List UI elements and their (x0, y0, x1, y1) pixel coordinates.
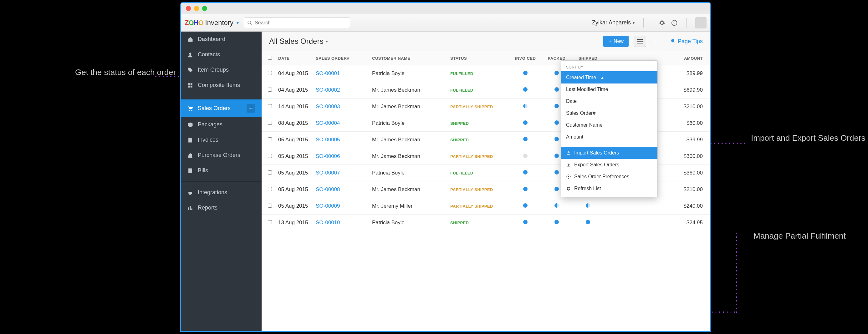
row-checkbox[interactable] (268, 137, 272, 141)
invoiced-icon (523, 104, 528, 108)
table-row[interactable]: 13 Aug 2015SO-00010Patricia BoyleSHIPPED… (261, 214, 710, 231)
invoiced-icon (523, 170, 528, 174)
row-checkbox[interactable] (268, 121, 272, 125)
cell-amount: $24.95 (603, 214, 710, 231)
shipped-icon (586, 203, 590, 208)
home-icon (187, 36, 193, 42)
row-checkbox[interactable] (268, 170, 272, 174)
sales-order-link[interactable]: SO-00001 (316, 70, 340, 76)
sidebar-item-purchase-orders[interactable]: Purchase Orders (181, 147, 261, 163)
sidebar-item-composite-items[interactable]: Composite Items (181, 77, 261, 93)
sidebar-item-sales-orders[interactable]: Sales Orders+ (181, 99, 261, 117)
help-icon[interactable]: ? (671, 20, 677, 26)
col-status[interactable]: STATUS (447, 51, 510, 65)
page-tips-link[interactable]: Page Tips (670, 38, 703, 45)
cell-customer: Mr. James Beckman (369, 132, 447, 148)
avatar[interactable] (695, 17, 707, 29)
sidebar-item-dashboard[interactable]: Dashboard (181, 32, 261, 47)
cell-date: 05 Aug 2015 (275, 181, 313, 198)
col-invoiced[interactable]: INVOICED (510, 51, 541, 65)
sales-order-link[interactable]: SO-00004 (316, 120, 340, 126)
import-sales-orders[interactable]: Import Sales Orders (561, 147, 657, 159)
sidebar-item-reports[interactable]: Reports (181, 200, 261, 215)
cell-date: 04 Aug 2015 (275, 65, 313, 82)
row-checkbox[interactable] (268, 154, 272, 158)
annotation-right-top: Import and Export Sales Orders (751, 133, 866, 143)
row-checkbox[interactable] (268, 204, 272, 208)
row-checkbox[interactable] (268, 104, 272, 108)
page-title[interactable]: All Sales Orders ▾ (269, 37, 328, 46)
sales-order-link[interactable]: SO-00005 (316, 137, 340, 143)
col-date[interactable]: DATE (275, 51, 313, 65)
zoho-logo-icon: ZOHO (185, 19, 204, 27)
search-icon (247, 20, 252, 25)
sort-date[interactable]: Date (561, 95, 657, 107)
gear-icon[interactable] (659, 20, 665, 26)
col-so[interactable]: SALES ORDER# (313, 51, 369, 65)
sales-order-link[interactable]: SO-00003 (316, 103, 340, 109)
sort-created-time[interactable]: Created Time▴ (561, 71, 657, 84)
select-all-checkbox[interactable] (268, 56, 272, 60)
col-customer[interactable]: CUSTOMER NAME (369, 51, 447, 65)
sales-order-link[interactable]: SO-00010 (316, 220, 340, 226)
window-minimize-icon[interactable] (194, 6, 199, 11)
sidebar-item-contacts[interactable]: Contacts (181, 47, 261, 62)
app-window: ZOHO Inventory ▾ Zylkar Apparels ▾ ? (180, 2, 711, 332)
sidebar: Dashboard Contacts Item Groups Composite… (181, 32, 261, 331)
cell-date: 05 Aug 2015 (275, 148, 313, 165)
svg-point-4 (191, 110, 192, 111)
packed-icon (555, 104, 559, 108)
list-menu-dropdown: SORT BY Created Time▴ Last Modified Time… (561, 60, 658, 197)
sales-order-link[interactable]: SO-00009 (316, 203, 340, 209)
sort-so-number[interactable]: Sales Order# (561, 107, 657, 119)
sort-customer-name[interactable]: Customer Name (561, 119, 657, 131)
packed-icon (555, 154, 559, 158)
sales-order-link[interactable]: SO-00006 (316, 153, 340, 159)
status-badge: SHIPPED (450, 138, 469, 142)
sidebar-item-bills[interactable]: Bills (181, 163, 261, 178)
main: All Sales Orders ▾ +New Page Tips (261, 32, 710, 331)
export-sales-orders[interactable]: Export Sales Orders (561, 159, 657, 171)
row-checkbox[interactable] (268, 88, 272, 92)
shipped-icon (586, 220, 590, 224)
brand[interactable]: ZOHO Inventory ▾ (185, 19, 239, 27)
sidebar-item-item-groups[interactable]: Item Groups (181, 62, 261, 77)
sales-order-link[interactable]: SO-00007 (316, 170, 340, 176)
sidebar-item-packages[interactable]: Packages (181, 117, 261, 132)
add-sales-order-button[interactable]: + (247, 104, 255, 112)
sales-order-link[interactable]: SO-00008 (316, 187, 340, 192)
sort-amount[interactable]: Amount (561, 131, 657, 143)
status-badge: PARTIALLY SHIPPED (450, 104, 493, 109)
window-close-icon[interactable] (186, 6, 191, 11)
search-input[interactable] (255, 20, 347, 26)
annotation-line (736, 231, 737, 313)
svg-point-3 (189, 110, 190, 111)
packed-icon (555, 170, 559, 174)
sidebar-item-invoices[interactable]: Invoices (181, 132, 261, 147)
packed-icon (555, 71, 559, 75)
svg-point-2 (189, 53, 191, 55)
cell-customer: Patricia Boyle (369, 115, 447, 132)
table-row[interactable]: 05 Aug 2015SO-00009Mr. Jeremy MillerPART… (261, 198, 710, 214)
search-field[interactable] (244, 18, 350, 28)
cell-date: 13 Aug 2015 (275, 214, 313, 231)
bulb-icon (670, 39, 675, 44)
cell-customer: Mr. James Beckman (369, 82, 447, 99)
cell-date: 05 Aug 2015 (275, 165, 313, 181)
sales-order-link[interactable]: SO-00002 (316, 87, 340, 93)
new-button[interactable]: +New (603, 36, 629, 47)
org-switcher[interactable]: Zylkar Apparels ▾ (592, 20, 634, 26)
sort-last-modified[interactable]: Last Modified Time (561, 84, 657, 95)
list-menu-button[interactable] (633, 36, 646, 47)
window-zoom-icon[interactable] (202, 6, 207, 11)
sales-order-preferences[interactable]: Sales Order Preferences (561, 171, 657, 182)
refresh-list[interactable]: Refresh List (561, 182, 657, 195)
window-titlebar (181, 3, 710, 14)
upload-icon (566, 162, 571, 167)
row-checkbox[interactable] (268, 71, 272, 75)
row-checkbox[interactable] (268, 220, 272, 224)
sidebar-item-integrations[interactable]: Integrations (181, 185, 261, 200)
cell-amount: $240.00 (603, 198, 710, 214)
cell-date: 05 Aug 2015 (275, 198, 313, 214)
row-checkbox[interactable] (268, 187, 272, 191)
